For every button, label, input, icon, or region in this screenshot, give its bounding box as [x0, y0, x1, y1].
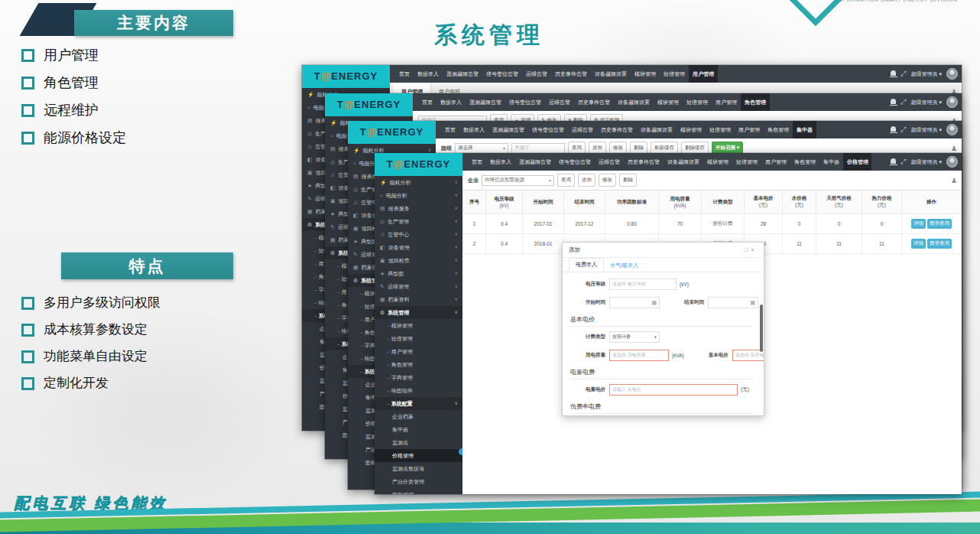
row-action-button[interactable]: 详情: [911, 219, 926, 229]
nav-item[interactable]: 历史事件告警: [574, 93, 614, 111]
nav-item[interactable]: 信号变位告警: [505, 93, 545, 111]
avatar[interactable]: [946, 156, 958, 168]
sidebar-subitem[interactable]: 用户管理: [375, 345, 462, 358]
sidebar-item[interactable]: ⚡能耗分析∨: [375, 176, 462, 189]
nav-item[interactable]: 遥测越限告警: [443, 65, 482, 83]
nav-item[interactable]: 短信管理: [683, 93, 712, 111]
nav-item[interactable]: 信号变位告警: [555, 153, 595, 171]
nav-item[interactable]: 设备越限设置: [637, 121, 677, 138]
nav-item[interactable]: 信号变位告警: [482, 65, 522, 83]
toolbar-button[interactable]: 添加: [578, 174, 595, 187]
sidebar-subitem[interactable]: 模块管理: [375, 319, 462, 332]
nav-item[interactable]: 模块管理: [654, 93, 683, 111]
nav-item[interactable]: 模块管理: [631, 65, 660, 83]
nav-item[interactable]: 设备越限设置: [614, 93, 654, 111]
nav-item[interactable]: 短信管理: [660, 65, 689, 83]
nav-item[interactable]: 角色管理: [764, 121, 793, 138]
sidebar-item[interactable]: ★典型图∨: [375, 267, 462, 280]
nav-item[interactable]: 运维告警: [568, 121, 597, 138]
nav-item[interactable]: 用户管理: [761, 153, 790, 171]
bell-icon[interactable]: [891, 126, 896, 132]
nav-item[interactable]: 数据录入: [436, 93, 466, 111]
nav-item[interactable]: 运维告警: [522, 65, 551, 83]
nav-item[interactable]: 用户管理: [712, 93, 741, 111]
nav-item[interactable]: 用户管理: [735, 121, 764, 138]
field-input[interactable]: 请输入 尖电价: [609, 384, 738, 396]
sidebar-child[interactable]: 集中器: [375, 423, 462, 436]
avatar[interactable]: [946, 124, 958, 135]
user-menu[interactable]: 超级管理员 ▾: [911, 126, 942, 134]
field-input[interactable]: 按容计费▾: [609, 331, 660, 343]
fullscreen-icon[interactable]: ⤢: [900, 126, 906, 133]
close-icon[interactable]: ×: [751, 246, 758, 253]
sidebar-item[interactable]: ▦档案资料∨: [375, 293, 462, 306]
sidebar-child[interactable]: 产品分类管理: [375, 475, 462, 488]
nav-item[interactable]: 历史事件告警: [551, 65, 591, 83]
nav-item[interactable]: 设备越限设置: [591, 65, 631, 83]
sidebar-item-config[interactable]: 系统配置∨: [375, 397, 462, 410]
nav-item[interactable]: 模块管理: [677, 121, 706, 138]
scrollbar-thumb[interactable]: [760, 304, 763, 352]
maximize-icon[interactable]: □: [744, 246, 751, 253]
sidebar-child[interactable]: 监测点: [375, 436, 462, 449]
nav-item[interactable]: 模块管理: [703, 153, 732, 171]
fullscreen-icon[interactable]: ⤢: [900, 158, 906, 165]
fullscreen-icon[interactable]: ⤢: [900, 70, 906, 77]
sidebar-child[interactable]: 企业档案: [375, 410, 462, 423]
bell-icon[interactable]: [891, 70, 896, 76]
nav-item[interactable]: 遥测越限告警: [466, 93, 505, 111]
sidebar-child[interactable]: 监测点数据项: [375, 462, 462, 475]
avatar[interactable]: [946, 96, 958, 108]
sidebar-item[interactable]: ⚙系统管理∨: [375, 306, 462, 319]
field-input[interactable]: ▦: [609, 297, 660, 308]
toolbar-button[interactable]: 删除: [619, 174, 637, 187]
nav-item-active[interactable]: 用户管理: [689, 65, 718, 83]
sidebar-item[interactable]: ▤报表服务∨: [375, 202, 462, 215]
nav-item[interactable]: 首页: [418, 93, 436, 111]
avatar[interactable]: [946, 68, 958, 80]
nav-item[interactable]: 遥测越限告警: [488, 121, 528, 138]
sidebar-item[interactable]: ▣巡回检查∨: [375, 254, 462, 267]
group-select[interactable]: 请选择▾: [455, 143, 508, 154]
nav-item[interactable]: 首页: [468, 153, 486, 171]
dialog-tab[interactable]: 水气/暖录入: [604, 259, 644, 272]
sidebar-subitem[interactable]: 短信管理: [375, 332, 462, 345]
nav-item[interactable]: 集中器: [819, 153, 843, 171]
bell-icon[interactable]: [891, 99, 896, 104]
nav-item[interactable]: 信号变位告警: [528, 121, 568, 138]
nav-item[interactable]: 设备越限设置: [664, 153, 703, 171]
sidebar-item[interactable]: ≈电能分析∨: [375, 189, 462, 202]
user-menu[interactable]: 超级管理员 ▾: [911, 158, 942, 166]
row-action-button[interactable]: 费率查询: [927, 239, 952, 249]
nav-item-active[interactable]: 角色管理: [741, 93, 770, 111]
nav-item[interactable]: 数据录入: [459, 121, 488, 138]
dialog-tab[interactable]: 电费录入: [569, 258, 604, 272]
sidebar-item[interactable]: ◧设备管理∨: [375, 241, 462, 254]
sidebar-subitem[interactable]: 角色管理: [375, 358, 462, 371]
field-input[interactable]: 请选择 电压等级: [609, 278, 677, 290]
sidebar-child[interactable]: 价格管理: [375, 449, 462, 462]
nav-item[interactable]: 首页: [395, 65, 414, 83]
nav-item[interactable]: 短信管理: [732, 153, 761, 171]
nav-item[interactable]: 运维告警: [595, 153, 624, 171]
fullscreen-icon[interactable]: ⤢: [900, 99, 906, 106]
user-menu[interactable]: 超级管理员 ▾: [911, 99, 942, 106]
nav-item[interactable]: 运维告警: [545, 93, 574, 111]
sidebar-subitem[interactable]: 字典管理: [375, 371, 462, 384]
sidebar-child[interactable]: 图标管理: [375, 488, 462, 494]
field-input[interactable]: ▦: [708, 297, 758, 308]
nav-item[interactable]: 数据录入: [414, 65, 443, 83]
row-action-button[interactable]: 详情: [911, 239, 926, 249]
toolbar-button[interactable]: 修改: [599, 174, 616, 187]
nav-item[interactable]: 遥测越限告警: [515, 153, 555, 171]
sidebar-item[interactable]: ◎生产管理∨: [375, 215, 462, 228]
field-input[interactable]: 请选择 用电容量: [609, 350, 669, 361]
toolbar-button[interactable]: 查询: [557, 174, 575, 187]
nav-item[interactable]: 历史事件告警: [624, 153, 664, 171]
sidebar-item[interactable]: ✎运维管理∨: [375, 280, 462, 293]
sidebar-item[interactable]: ⚠告警中心∨: [375, 228, 462, 241]
nav-item[interactable]: 角色管理: [790, 153, 819, 171]
nav-item-active[interactable]: 集中器: [793, 121, 816, 138]
nav-item[interactable]: 历史事件告警: [597, 121, 637, 138]
user-menu[interactable]: 超级管理员 ▾: [911, 70, 942, 78]
